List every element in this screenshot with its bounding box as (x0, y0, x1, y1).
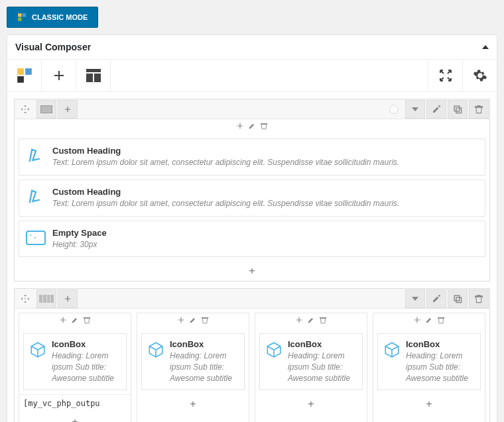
element-custom-heading-2[interactable]: Custom Heading Text: Lorem ipsum dolor s… (19, 180, 485, 217)
element-subtitle: Heading: Lorem ipsum Sub title: Awesome … (288, 350, 357, 384)
col-edit-button[interactable] (189, 316, 197, 324)
svg-rect-14 (454, 295, 460, 301)
vc-logo-icon (16, 67, 33, 84)
element-title: IconBox (52, 339, 121, 349)
add-element-plus[interactable]: + (15, 261, 489, 281)
chevron-down-icon (412, 107, 418, 111)
empty-space-icon (26, 228, 46, 248)
col-edit-button[interactable] (71, 316, 79, 324)
shortcode-text[interactable]: [my_vc_php_outpu (19, 394, 131, 412)
element-iconbox[interactable]: IconBox Heading: Lorem ipsum Sub title: … (23, 333, 127, 390)
add-element-plus[interactable]: + (19, 412, 131, 422)
svg-rect-8 (94, 74, 101, 82)
layout-1col-icon (40, 105, 52, 113)
svg-rect-7 (86, 74, 93, 82)
col-add-button[interactable] (413, 316, 421, 324)
box-icon (264, 339, 284, 359)
element-subtitle: Text: Lorem ipsum dolor sit amet, consec… (52, 198, 478, 209)
row-layout-4col[interactable] (36, 290, 56, 308)
col-edit-button[interactable] (248, 122, 256, 130)
collapse-icon[interactable] (482, 45, 489, 49)
col-delete-button[interactable] (319, 316, 327, 324)
element-subtitle: Height: 30px (52, 239, 478, 250)
add-column-button[interactable] (58, 290, 78, 308)
row-layout-1col[interactable] (36, 100, 56, 119)
fullscreen-icon (439, 69, 452, 82)
move-row-handle[interactable] (15, 290, 35, 308)
plus-icon (64, 105, 72, 113)
fullscreen-button[interactable] (428, 60, 462, 91)
pencil-icon (432, 105, 441, 114)
element-subtitle: Heading: Lorem ipsum Sub title: Awesome … (406, 350, 475, 384)
visual-composer-panel: Visual Composer (7, 34, 497, 422)
classic-mode-button[interactable]: CLASSIC MODE (7, 7, 98, 28)
move-icon (21, 105, 30, 114)
element-custom-heading-1[interactable]: Custom Heading Text: Lorem ipsum dolor s… (19, 138, 485, 176)
templates-button[interactable] (76, 60, 111, 91)
element-title: Custom Heading (52, 146, 478, 156)
svg-rect-9 (454, 106, 460, 111)
element-subtitle: Heading: Lorem ipsum Sub title: Awesome … (170, 350, 239, 384)
row-1: Custom Heading Text: Lorem ipsum dolor s… (14, 99, 490, 282)
box-icon (146, 339, 166, 359)
svg-rect-0 (18, 13, 21, 17)
box-icon (28, 339, 48, 359)
clone-icon (453, 105, 462, 114)
svg-rect-1 (23, 13, 26, 17)
clone-row-button[interactable] (448, 290, 468, 308)
element-title: IconBox (406, 339, 475, 349)
delete-row-button[interactable] (469, 100, 489, 119)
col-delete-button[interactable] (437, 316, 445, 324)
svg-rect-4 (25, 68, 32, 75)
clone-row-button[interactable] (448, 100, 468, 119)
column-1: IconBox Heading: Lorem ipsum Sub title: … (19, 313, 131, 422)
row-2: IconBox Heading: Lorem ipsum Sub title: … (14, 288, 490, 422)
svg-rect-15 (456, 297, 462, 303)
add-element-plus[interactable]: + (137, 394, 249, 414)
col-add-button[interactable] (236, 122, 244, 130)
element-iconbox[interactable]: IconBox Heading: Lorem ipsum Sub title: … (377, 333, 481, 390)
box-icon (382, 339, 402, 359)
row-dropdown-button[interactable] (405, 100, 425, 119)
edit-row-button[interactable] (426, 290, 446, 308)
move-row-handle[interactable] (15, 100, 35, 119)
element-iconbox[interactable]: IconBox Heading: Lorem ipsum Sub title: … (141, 333, 245, 390)
svg-rect-5 (17, 76, 24, 83)
element-iconbox[interactable]: IconBox Heading: Lorem ipsum Sub title: … (259, 333, 363, 390)
element-title: IconBox (288, 339, 357, 349)
col-delete-button[interactable] (260, 122, 268, 130)
delete-row-button[interactable] (469, 290, 489, 308)
plus-icon (52, 69, 66, 82)
panel-title: Visual Composer (15, 42, 91, 52)
add-column-button[interactable] (58, 100, 78, 119)
heading-icon (26, 187, 46, 207)
svg-point-13 (34, 237, 36, 238)
element-empty-space[interactable]: Empty Space Height: 30px (19, 221, 485, 258)
svg-rect-6 (86, 69, 101, 72)
col-delete-button[interactable] (83, 316, 91, 324)
add-element-button[interactable] (42, 60, 76, 91)
settings-button[interactable] (462, 60, 497, 91)
col-add-button[interactable] (295, 316, 303, 324)
col-add-button[interactable] (177, 316, 185, 324)
col-delete-button[interactable] (201, 316, 209, 324)
column-3: IconBox Heading: Lorem ipsum Sub title: … (255, 313, 367, 422)
heading-icon (26, 146, 46, 166)
vc-logo-button[interactable] (7, 60, 42, 91)
element-subtitle: Heading: Lorem ipsum Sub title: Awesome … (52, 350, 121, 384)
template-icon (86, 69, 101, 82)
edit-row-button[interactable] (426, 100, 446, 119)
add-element-plus[interactable]: + (373, 394, 485, 414)
add-element-plus[interactable]: + (255, 394, 367, 414)
col-add-button[interactable] (59, 316, 67, 324)
svg-rect-3 (17, 68, 24, 75)
col-edit-button[interactable] (425, 316, 433, 324)
row-status-dot (384, 100, 404, 119)
panel-header: Visual Composer (7, 35, 497, 60)
col-edit-button[interactable] (307, 316, 315, 324)
column-2: IconBox Heading: Lorem ipsum Sub title: … (137, 313, 249, 422)
svg-rect-10 (456, 107, 462, 113)
row-dropdown-button[interactable] (405, 290, 425, 308)
element-title: Empty Space (52, 228, 478, 238)
svg-rect-2 (18, 18, 21, 21)
